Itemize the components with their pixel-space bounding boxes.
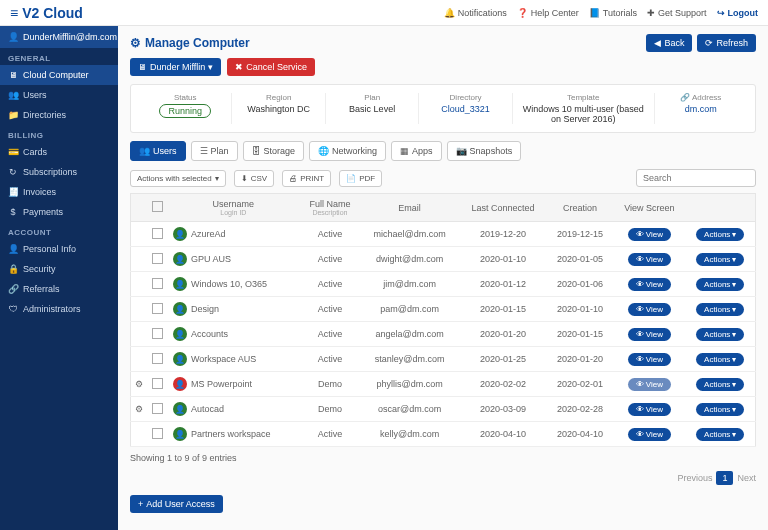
- tab-users[interactable]: 👥Users: [130, 141, 186, 161]
- view-button[interactable]: 👁View: [628, 228, 671, 241]
- row-checkbox[interactable]: [152, 353, 163, 364]
- view-button[interactable]: 👁View: [628, 378, 671, 391]
- creation-cell: 2020-01-10: [547, 297, 614, 322]
- last-connected-cell: 2020-03-09: [459, 397, 547, 422]
- fullname-cell: Active: [300, 422, 360, 447]
- link-icon: 🔗: [680, 93, 690, 102]
- search-input[interactable]: [636, 169, 756, 187]
- logout-link[interactable]: ↪Logout: [717, 8, 759, 18]
- sidebar-item-payments[interactable]: $Payments: [0, 202, 118, 222]
- row-checkbox[interactable]: [152, 403, 163, 414]
- org-button[interactable]: 🖥Dunder Mifflin▾: [130, 58, 221, 76]
- sidebar-item-directories[interactable]: 📁Directories: [0, 105, 118, 125]
- col-fullname[interactable]: Full NameDescription: [300, 194, 360, 222]
- tab-plan[interactable]: ☰Plan: [191, 141, 238, 161]
- col-last-connected[interactable]: Last Connected: [459, 194, 547, 222]
- col-email[interactable]: Email: [360, 194, 459, 222]
- row-checkbox[interactable]: [152, 228, 163, 239]
- email-cell: phyllis@dm.com: [360, 372, 459, 397]
- prev-page[interactable]: Previous: [677, 473, 712, 483]
- row-actions-dropdown[interactable]: Actions ▾: [696, 328, 744, 341]
- sidebar-item-personal-info[interactable]: 👤Personal Info: [0, 239, 118, 259]
- sidebar-section-account: ACCOUNT: [0, 222, 118, 239]
- creation-cell: 2020-01-06: [547, 272, 614, 297]
- sidebar-item-referrals[interactable]: 🔗Referrals: [0, 279, 118, 299]
- back-button[interactable]: ◀Back: [646, 34, 692, 52]
- username-cell: Accounts: [191, 329, 228, 339]
- row-checkbox[interactable]: [152, 328, 163, 339]
- view-button[interactable]: 👁View: [628, 403, 671, 416]
- col-username[interactable]: UsernameLogin ID: [167, 194, 300, 222]
- eye-icon: 👁: [636, 380, 644, 389]
- address-value[interactable]: dm.com: [661, 104, 741, 114]
- expand-toggle[interactable]: ⚙: [131, 372, 148, 397]
- add-user-access-button[interactable]: +Add User Access: [130, 495, 223, 513]
- last-connected-cell: 2019-12-20: [459, 222, 547, 247]
- sidebar-item-administrators[interactable]: 🛡Administrators: [0, 299, 118, 319]
- sidebar: 👤 DunderMifflin@dm.com ▾ GENERAL 🖥Cloud …: [0, 26, 118, 530]
- current-page[interactable]: 1: [716, 471, 733, 485]
- notifications-link[interactable]: 🔔Notifications: [444, 8, 507, 18]
- view-button[interactable]: 👁View: [628, 303, 671, 316]
- row-checkbox[interactable]: [152, 278, 163, 289]
- tab-networking[interactable]: 🌐Networking: [309, 141, 386, 161]
- username-cell: Workspace AUS: [191, 354, 256, 364]
- row-actions-dropdown[interactable]: Actions ▾: [696, 428, 744, 441]
- cancel-service-button[interactable]: ✖Cancel Service: [227, 58, 315, 76]
- view-button[interactable]: 👁View: [628, 328, 671, 341]
- get-support-link[interactable]: ✚Get Support: [647, 8, 707, 18]
- users-icon: 👥: [8, 90, 18, 100]
- org-selector[interactable]: 👤 DunderMifflin@dm.com ▾: [0, 26, 118, 48]
- sidebar-item-cloud-computer[interactable]: 🖥Cloud Computer: [0, 65, 118, 85]
- view-button[interactable]: 👁View: [628, 278, 671, 291]
- row-actions-dropdown[interactable]: Actions ▾: [696, 378, 744, 391]
- view-button[interactable]: 👁View: [628, 353, 671, 366]
- pagination: Previous 1 Next: [677, 471, 756, 485]
- row-checkbox[interactable]: [152, 303, 163, 314]
- email-cell: michael@dm.com: [360, 222, 459, 247]
- tutorials-link[interactable]: 📘Tutorials: [589, 8, 637, 18]
- expand-toggle: [131, 297, 148, 322]
- export-csv-button[interactable]: ⬇CSV: [234, 170, 274, 187]
- tab-snapshots[interactable]: 📷Snapshots: [447, 141, 522, 161]
- row-actions-dropdown[interactable]: Actions ▾: [696, 228, 744, 241]
- view-button[interactable]: 👁View: [628, 253, 671, 266]
- expand-toggle[interactable]: ⚙: [131, 397, 148, 422]
- row-checkbox[interactable]: [152, 253, 163, 264]
- row-actions-dropdown[interactable]: Actions ▾: [696, 353, 744, 366]
- next-page[interactable]: Next: [737, 473, 756, 483]
- status-badge: Running: [159, 104, 211, 118]
- col-creation[interactable]: Creation: [547, 194, 614, 222]
- sidebar-item-users[interactable]: 👥Users: [0, 85, 118, 105]
- row-actions-dropdown[interactable]: Actions ▾: [696, 403, 744, 416]
- tab-apps[interactable]: ▦Apps: [391, 141, 442, 161]
- help-center-link[interactable]: ❓Help Center: [517, 8, 579, 18]
- support-icon: ✚: [647, 8, 655, 18]
- row-actions-dropdown[interactable]: Actions ▾: [696, 253, 744, 266]
- fullname-cell: Active: [300, 297, 360, 322]
- sidebar-item-cards[interactable]: 💳Cards: [0, 142, 118, 162]
- directory-value[interactable]: Cloud_3321: [425, 104, 505, 114]
- row-actions-dropdown[interactable]: Actions ▾: [696, 278, 744, 291]
- bell-icon: 🔔: [444, 8, 455, 18]
- actions-selected-dropdown[interactable]: Actions with selected ▾: [130, 170, 226, 187]
- tab-storage[interactable]: 🗄Storage: [243, 141, 305, 161]
- creation-cell: 2019-12-15: [547, 222, 614, 247]
- creation-cell: 2020-01-05: [547, 247, 614, 272]
- user-status-icon: 👤: [173, 402, 187, 416]
- sidebar-item-security[interactable]: 🔒Security: [0, 259, 118, 279]
- refresh-button[interactable]: ⟳Refresh: [697, 34, 756, 52]
- table-row: 👤Workspace AUSActivestanley@dm.com2020-0…: [131, 347, 756, 372]
- select-all-checkbox[interactable]: [152, 201, 163, 212]
- print-button[interactable]: 🖨PRINT: [282, 170, 331, 187]
- sidebar-item-invoices[interactable]: 🧾Invoices: [0, 182, 118, 202]
- share-icon: 🔗: [8, 284, 18, 294]
- row-checkbox[interactable]: [152, 428, 163, 439]
- creation-cell: 2020-02-28: [547, 397, 614, 422]
- row-checkbox[interactable]: [152, 378, 163, 389]
- row-actions-dropdown[interactable]: Actions ▾: [696, 303, 744, 316]
- menu-icon[interactable]: ≡: [10, 5, 18, 21]
- sidebar-item-subscriptions[interactable]: ↻Subscriptions: [0, 162, 118, 182]
- export-pdf-button[interactable]: 📄PDF: [339, 170, 382, 187]
- view-button[interactable]: 👁View: [628, 428, 671, 441]
